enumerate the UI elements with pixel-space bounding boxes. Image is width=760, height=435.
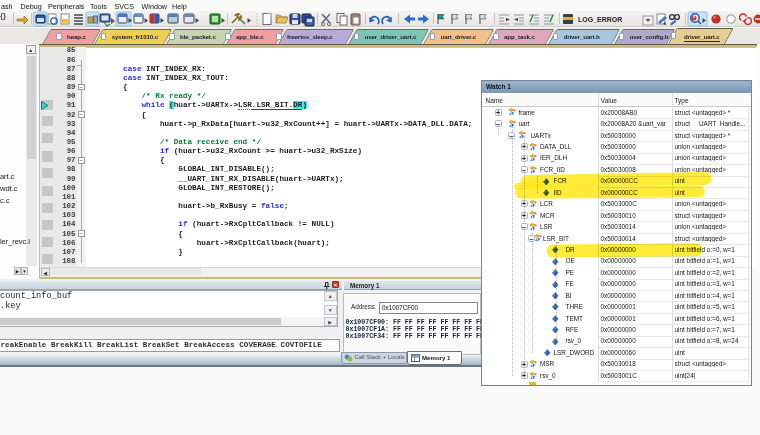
svg-text:LOG_ERROR: LOG_ERROR [578,16,622,23]
